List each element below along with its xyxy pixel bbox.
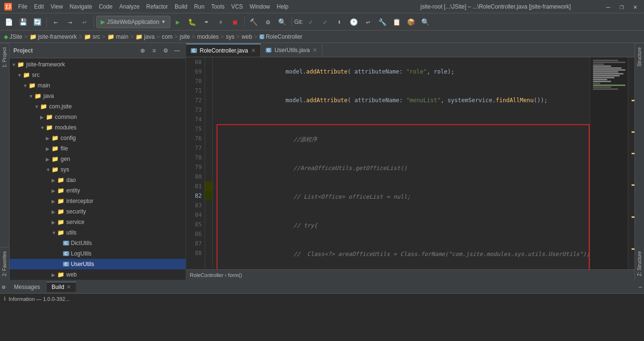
code-line-70[interactable] [217,115,590,124]
breadcrumb-sys[interactable]: sys [226,33,235,40]
breadcrumb-jsite-framework[interactable]: 📁 jsite-framework [30,33,77,40]
profile-button[interactable]: ⚡ [214,15,228,29]
tree-item-security[interactable]: ▶ 📁 security [10,206,186,217]
git-check-button[interactable]: ✓ [304,15,317,29]
tree-item-interceptor[interactable]: ▶ 📁 interceptor [10,196,186,206]
bottom-tab-close[interactable]: ✕ [66,284,71,290]
code-line-68[interactable]: model.addAttribute( attributeName: "role… [217,57,590,86]
breadcrumb-main[interactable]: 📁 main [107,33,128,40]
left-tab-favorites[interactable]: 2: Favorites [0,247,9,280]
git-settings-button[interactable]: 🔧 [375,15,389,29]
tree-item-modules[interactable]: ▼ 📁 modules [10,122,186,133]
stop-button[interactable]: ■ [229,15,242,29]
tree-item-src[interactable]: ▼ 📁 src [10,70,186,80]
breadcrumb-rolecontroller[interactable]: C RoleController [260,33,302,40]
save-button[interactable]: 💾 [16,15,30,29]
code-line-75[interactable]: // Class<?> areaOfficeUtils = Class.forN… [218,240,589,268]
run-config-selector[interactable]: ▶ JSiteWebApplication ▼ [96,16,170,28]
code-content[interactable]: model.addAttribute( attributeName: "role… [213,57,590,269]
code-line-76[interactable]: // officeList = (List<Office>) areaOffic… [218,268,589,269]
breadcrumb-web[interactable]: web [242,33,252,40]
tree-item-file[interactable]: ▶ 📁 file [10,143,186,154]
panel-close-icon[interactable]: — [639,284,642,290]
toolbar-btn-extra2[interactable]: 📦 [404,15,417,29]
menu-tools[interactable]: Tools [208,2,228,11]
code-line-74[interactable]: // try{ [218,211,589,240]
tree-item-service[interactable]: ▶ 📁 service [10,217,186,227]
tree-item-web[interactable]: ▶ 📁 web [10,269,186,280]
left-tab-project[interactable]: 1: Project [0,43,9,71]
toolbar-btn-extra[interactable]: 📋 [390,15,403,29]
tree-item-java[interactable]: ▼ 📁 java [10,91,186,101]
tab-rolecontroller[interactable]: C RoleController.java ✕ [186,43,261,57]
debug-button[interactable]: 🐛 [186,15,199,29]
tree-item-sys[interactable]: ▼ 📁 sys [10,164,186,175]
forward-button[interactable]: → [63,15,77,29]
menu-edit[interactable]: Edit [31,2,47,11]
tree-item-userutils[interactable]: ▶ C UserUtils [10,259,186,269]
breadcrumb-jsite-pkg[interactable]: jsite [180,33,190,40]
git-commit-button[interactable]: ✓ [318,15,332,29]
close-button[interactable]: ✕ [631,3,640,11]
git-history-button[interactable]: 🕐 [347,15,360,29]
tree-item-dao[interactable]: ▶ 📁 dao [10,175,186,185]
menu-build[interactable]: Build [172,2,190,11]
panel-config-button[interactable]: ⚙ [161,46,170,55]
tab-userutils[interactable]: C UserUtils.java ✕ [261,43,323,57]
git-revert-button[interactable]: ↩ [361,15,374,29]
minimize-button[interactable]: — [603,3,613,11]
toolbar-btn-6[interactable]: 🔍 [276,15,289,29]
panel-add-button[interactable]: ⊕ [138,46,147,55]
tree-item-main[interactable]: ▼ 📁 main [10,80,186,91]
tab-close-role[interactable]: ✕ [251,47,256,54]
menu-vcs[interactable]: VCS [229,2,246,11]
tree-item-logutils[interactable]: ▶ C LogUtils [10,248,186,259]
revert-button[interactable]: ↩ [78,15,91,29]
tab-close-user[interactable]: ✕ [312,47,317,53]
tree-item-utils[interactable]: ▼ 📁 utils [10,227,186,238]
breadcrumb-java[interactable]: 📁 java [135,33,155,40]
menu-window[interactable]: Window [247,2,273,11]
menu-view[interactable]: View [48,2,66,11]
breadcrumb-jsite[interactable]: ◆ JSite [4,33,22,40]
tree-item-entity[interactable]: ▶ 📁 entity [10,185,186,196]
bottom-tab-messages[interactable]: Messages [9,282,45,292]
tree-item-dictutils[interactable]: ▶ C DictUtils [10,238,186,248]
panel-settings-icon[interactable]: ⚙ [2,284,5,290]
refresh-button[interactable]: 🔄 [31,15,44,29]
menu-file[interactable]: File [15,2,30,11]
search-everywhere-button[interactable]: 🔍 [418,15,432,29]
tree-item-jsite-framework[interactable]: ▼ 📁 jsite-framework [10,59,186,70]
tree-item-common[interactable]: ▶ 📁 common [10,112,186,122]
code-line-71[interactable]: //源程序 [218,125,589,154]
tree-item-gen[interactable]: ▶ 📁 gen [10,154,186,164]
breadcrumb-src[interactable]: 📁 src [84,33,100,40]
right-tab-structure[interactable]: Structure [635,43,644,71]
menu-refactor[interactable]: Refactor [144,2,171,11]
new-project-button[interactable]: 📄 [2,15,15,29]
menu-navigate[interactable]: Navigate [67,2,95,11]
build-button[interactable]: 🔨 [247,15,260,29]
code-line-73[interactable]: // List<Office> officeList = null; [218,182,589,211]
run-button[interactable]: ▶ [171,15,185,29]
menu-analyze[interactable]: Analyze [116,2,143,11]
panel-close-button[interactable]: — [172,46,182,55]
code-line-72[interactable]: //AreaOfficeUtils.getOfficeList() [218,154,589,182]
tree-item-config[interactable]: ▶ 📁 config [10,133,186,143]
bottom-tab-build[interactable]: Build ✕ [47,282,76,292]
back-button[interactable]: ← [49,15,62,29]
tree-item-comjsite[interactable]: ▼ 📁 com.jsite [10,101,186,112]
tree-arrow: ▼ [17,73,23,78]
coverage-button[interactable]: ☂ [200,15,213,29]
right-tab-z-structure[interactable]: Z: Structure [635,247,644,280]
rebuild-button[interactable]: ⚙ [261,15,275,29]
maximize-button[interactable]: ❐ [617,3,626,11]
menu-help[interactable]: Help [274,2,291,11]
breadcrumb-modules[interactable]: modules [197,33,218,40]
panel-settings-button[interactable]: ≡ [149,46,159,55]
menu-run[interactable]: Run [191,2,208,11]
breadcrumb-com[interactable]: com [162,33,173,40]
git-update-button[interactable]: ⬆ [332,15,346,29]
menu-code[interactable]: Code [96,2,115,11]
code-line-69[interactable]: model.addAttribute( attributeName: "menu… [217,86,590,115]
